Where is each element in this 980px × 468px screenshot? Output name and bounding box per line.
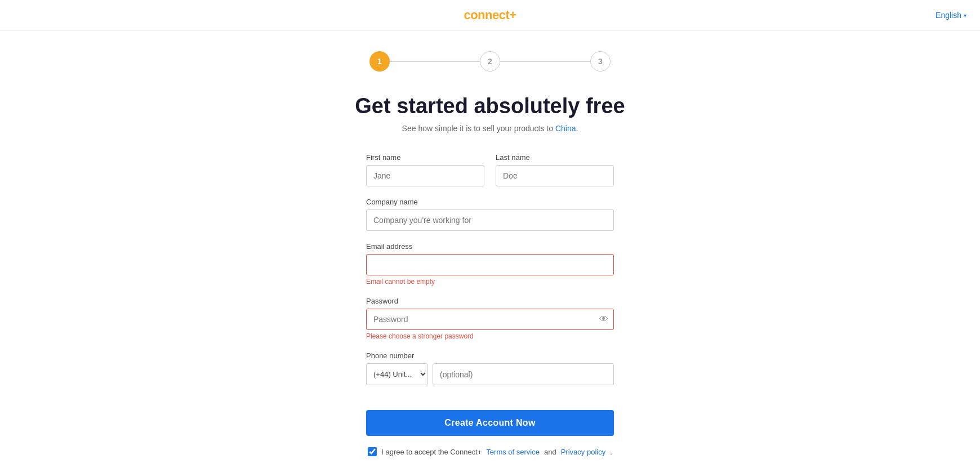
page-subtitle: See how simple it is to sell your produc… xyxy=(402,124,578,133)
phone-label: Phone number xyxy=(366,351,614,360)
step-line-1 xyxy=(390,61,480,62)
privacy-policy-link[interactable]: Privacy policy xyxy=(561,448,605,456)
phone-group: Phone number (+44) Unit... xyxy=(366,351,614,385)
password-wrapper: 👁 xyxy=(366,309,614,330)
step-1: 1 xyxy=(369,51,390,72)
name-row: First name Last name xyxy=(366,153,614,186)
email-label: Email address xyxy=(366,242,614,251)
email-input[interactable] xyxy=(366,254,614,275)
chevron-down-icon: ▾ xyxy=(964,12,966,19)
terms-post-text: . xyxy=(610,448,612,456)
step-2: 2 xyxy=(480,51,500,72)
company-label: Company name xyxy=(366,198,614,206)
china-link[interactable]: China xyxy=(555,124,576,133)
terms-pre-text: I agree to accept the Connect+ xyxy=(381,448,482,456)
first-name-group: First name xyxy=(366,153,484,186)
create-account-button[interactable]: Create Account Now xyxy=(366,410,614,436)
subtitle-pre: See how simple it is to sell your produc… xyxy=(402,124,555,133)
main-content: Get started absolutely free See how simp… xyxy=(0,72,980,468)
email-error-text: Email cannot be empty xyxy=(366,278,614,286)
phone-country-select[interactable]: (+44) Unit... xyxy=(366,363,428,385)
step-line-2 xyxy=(500,61,590,62)
phone-row: (+44) Unit... xyxy=(366,363,614,385)
logo: connect+ xyxy=(464,8,516,23)
header: connect+ English ▾ xyxy=(0,0,980,31)
logo-text: connect xyxy=(464,8,509,22)
last-name-label: Last name xyxy=(496,153,614,162)
language-selector[interactable]: English ▾ xyxy=(936,11,966,20)
eye-icon[interactable]: 👁 xyxy=(599,314,608,324)
password-error-text: Please choose a stronger password xyxy=(366,332,614,340)
stepper: 1 2 3 xyxy=(0,51,980,72)
terms-checkbox[interactable] xyxy=(368,447,377,456)
password-input[interactable] xyxy=(366,309,614,330)
terms-row: I agree to accept the Connect+ Terms of … xyxy=(366,447,614,456)
terms-and-text: and xyxy=(544,448,556,456)
last-name-input[interactable] xyxy=(496,165,614,186)
language-label: English xyxy=(936,11,961,20)
logo-plus: + xyxy=(509,8,516,22)
first-name-label: First name xyxy=(366,153,484,162)
first-name-input[interactable] xyxy=(366,165,484,186)
terms-of-service-link[interactable]: Terms of service xyxy=(486,448,540,456)
company-group: Company name xyxy=(366,198,614,231)
phone-input[interactable] xyxy=(433,363,614,385)
subtitle-post: . xyxy=(576,124,578,133)
step-3: 3 xyxy=(590,51,611,72)
registration-form: First name Last name Company name Email … xyxy=(366,153,614,456)
company-input[interactable] xyxy=(366,210,614,231)
password-group: Password 👁 Please choose a stronger pass… xyxy=(366,297,614,340)
email-group: Email address Email cannot be empty xyxy=(366,242,614,286)
password-label: Password xyxy=(366,297,614,305)
page-title: Get started absolutely free xyxy=(355,94,625,118)
last-name-group: Last name xyxy=(496,153,614,186)
